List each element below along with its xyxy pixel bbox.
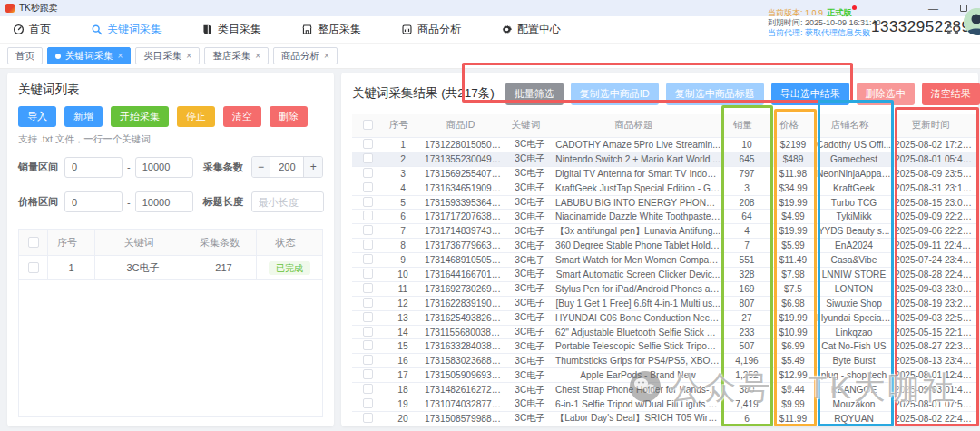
table-row[interactable]: 91731468910505525...3C电子Smart Watch for …: [352, 253, 976, 268]
column-header-更新时间[interactable]: 更新时间: [893, 119, 976, 133]
button-复制选中商品ID[interactable]: 复制选中商品ID: [571, 83, 659, 105]
column-header-商品标题[interactable]: 商品标题: [554, 119, 722, 133]
sort-carets-icon[interactable]: [953, 122, 958, 133]
tab-关键词采集[interactable]: 关键词采集×: [47, 47, 131, 64]
sort-carets-icon[interactable]: [157, 237, 162, 249]
button-删除[interactable]: 删除: [270, 106, 308, 127]
button-新增[interactable]: 新增: [64, 106, 103, 127]
row-checkbox[interactable]: [363, 120, 373, 130]
row-checkbox[interactable]: [363, 211, 373, 220]
column-header-序号[interactable]: 序号: [383, 119, 423, 133]
row-checkbox[interactable]: [363, 298, 373, 308]
button-导出选中结果[interactable]: 导出选中结果: [771, 83, 849, 105]
proxy-line[interactable]: 当前代理: 获取代理信息失败: [768, 28, 881, 38]
close-icon[interactable]: ×: [255, 52, 260, 61]
button-停止[interactable]: 停止: [177, 106, 215, 127]
column-header-关键词[interactable]: 关键词: [95, 230, 191, 255]
price-min-input[interactable]: [64, 191, 122, 212]
row-checkbox[interactable]: [363, 168, 373, 178]
sales-max-input[interactable]: [135, 157, 193, 178]
column-header-状态[interactable]: 状态: [257, 230, 322, 255]
column-header-价格[interactable]: 价格: [771, 119, 815, 133]
maximize-icon[interactable]: [960, 5, 967, 12]
title-length-input[interactable]: [251, 191, 324, 212]
table-row[interactable]: 71731714839743860...3C电子【3x antifungal p…: [352, 224, 976, 239]
table-row[interactable]: 181731482616272228...3C电子Chest Strap Pho…: [352, 383, 976, 397]
row-checkbox[interactable]: [363, 327, 373, 337]
column-header-店铺名称[interactable]: 店铺名称: [815, 119, 893, 133]
row-checkbox[interactable]: [28, 237, 39, 248]
nav-item-首页[interactable]: 首页: [13, 22, 51, 37]
table-row[interactable]: 21731355230049505...3C电子Nintendo Switch …: [352, 152, 976, 167]
button-批量筛选[interactable]: 批量筛选: [505, 83, 564, 105]
sort-carets-icon[interactable]: [411, 122, 416, 133]
button-清空[interactable]: 清空: [223, 106, 261, 127]
table-row[interactable]: 81731736779663446...3C电子360 Degree Stabl…: [352, 239, 976, 253]
table-row[interactable]: 131731625493826015...3C电子HYUNDAI G06 Bon…: [352, 311, 976, 326]
row-checkbox[interactable]: [363, 197, 373, 207]
table-row[interactable]: 161731583023688945...3C电子Thumbsticks Gri…: [352, 354, 976, 368]
column-header-采集条数[interactable]: 采集条数: [191, 230, 257, 255]
table-row[interactable]: 141731155680038523...3C电子62" Adjustable …: [352, 326, 976, 340]
sort-carets-icon[interactable]: [656, 122, 662, 133]
sort-carets-icon[interactable]: [801, 122, 807, 133]
row-checkbox[interactable]: [363, 153, 373, 163]
tab-整店采集[interactable]: 整店采集×: [204, 47, 269, 64]
row-checkbox[interactable]: [363, 182, 373, 192]
table-row[interactable]: 201731508579988181...3C电子【Labor Day's De…: [352, 412, 976, 426]
nav-item-配置中心[interactable]: 配置中心: [501, 22, 561, 37]
sort-carets-icon[interactable]: [543, 122, 548, 133]
table-row[interactable]: 61731717207638381...3C电子Niacinamide Dazz…: [352, 210, 976, 224]
row-checkbox[interactable]: [363, 340, 373, 350]
table-row[interactable]: 121731622839190065...3C电子[Buy 1 Get 1 Fr…: [352, 297, 976, 311]
nav-item-整店采集[interactable]: 整店采集: [301, 22, 361, 37]
table-row[interactable]: 31731569255407784...3C电子Digital TV Anten…: [352, 167, 976, 181]
table-row[interactable]: 11731228015050134...3C电子CADOTHY Amaze 5P…: [352, 138, 976, 152]
row-checkbox[interactable]: [363, 369, 373, 379]
stepper-minus-icon[interactable]: −: [252, 157, 271, 177]
table-row[interactable]: 51731593395364467...3C电子LABUBU BIG INTO …: [352, 196, 976, 211]
sort-carets-icon[interactable]: [872, 122, 877, 133]
close-icon[interactable]: ×: [324, 52, 329, 61]
column-header-关键词[interactable]: 关键词: [506, 119, 554, 133]
row-checkbox[interactable]: [363, 355, 373, 365]
tab-首页[interactable]: 首页: [7, 47, 43, 64]
nav-item-类目采集[interactable]: 类目采集: [201, 22, 261, 37]
close-icon[interactable]: ×: [118, 52, 123, 61]
tab-商品分析[interactable]: 商品分析×: [273, 47, 338, 64]
table-row[interactable]: 41731634651909297...3C电子KraftGeek JustTa…: [352, 181, 976, 196]
button-开始采集[interactable]: 开始采集: [111, 106, 169, 127]
row-checkbox[interactable]: [363, 312, 373, 322]
sort-carets-icon[interactable]: [299, 237, 304, 249]
row-checkbox[interactable]: [363, 283, 373, 293]
stepper-plus-icon[interactable]: +: [303, 157, 322, 177]
row-checkbox[interactable]: [363, 225, 373, 235]
close-icon[interactable]: ×: [186, 52, 191, 61]
sort-carets-icon[interactable]: [755, 122, 760, 133]
row-checkbox[interactable]: [363, 269, 373, 279]
tab-类目采集[interactable]: 类目采集×: [135, 47, 200, 64]
table-row[interactable]: 101731644166701945...3C电子Smart Automatic…: [352, 268, 976, 282]
sales-min-input[interactable]: [64, 157, 122, 178]
fullscreen-expand-icon[interactable]: [946, 23, 959, 39]
nav-item-关键词采集[interactable]: 关键词采集: [91, 22, 162, 37]
sort-carets-icon[interactable]: [80, 237, 85, 249]
row-checkbox[interactable]: [363, 398, 373, 408]
row-checkbox[interactable]: [363, 254, 373, 264]
price-max-input[interactable]: [135, 191, 193, 212]
row-checkbox[interactable]: [363, 413, 373, 423]
column-header-销量[interactable]: 销量: [722, 119, 771, 133]
row-checkbox[interactable]: [363, 384, 373, 394]
table-row[interactable]: 191731074032877539...3C电子6-in-1 Selfie T…: [352, 397, 976, 412]
button-复制选中商品标题[interactable]: 复制选中商品标题: [666, 83, 764, 105]
sort-carets-icon[interactable]: [242, 237, 248, 249]
button-清空结果[interactable]: 清空结果: [922, 83, 980, 105]
button-导入[interactable]: 导入: [18, 106, 56, 127]
table-row[interactable]: 171731505909693977...3C电子Apple EarPods -…: [352, 368, 976, 383]
row-checkbox[interactable]: [28, 262, 39, 273]
row-checkbox[interactable]: [363, 139, 373, 149]
button-删除选中[interactable]: 删除选中: [857, 83, 915, 105]
row-checkbox[interactable]: [363, 240, 373, 250]
nav-item-商品分析[interactable]: 商品分析: [401, 22, 461, 37]
column-header-商品ID[interactable]: 商品ID: [423, 119, 506, 133]
